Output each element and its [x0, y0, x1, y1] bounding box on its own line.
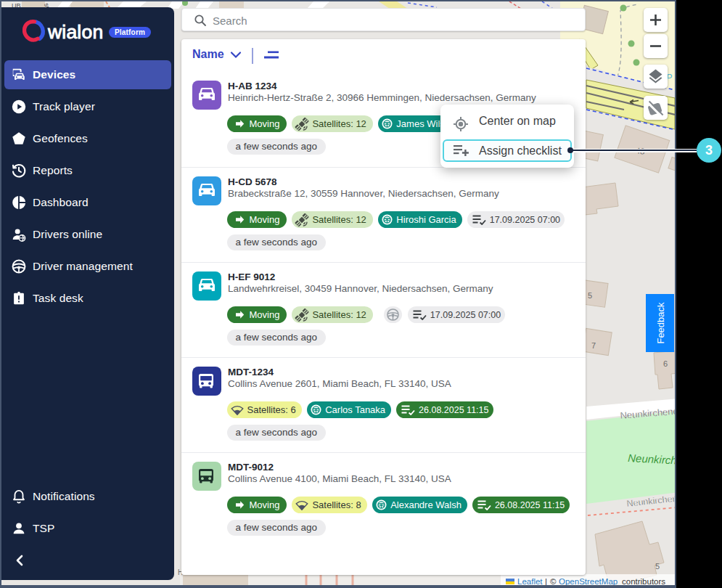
svg-text:5: 5 — [655, 562, 660, 571]
svg-text:6: 6 — [663, 359, 668, 368]
svg-text:wialon: wialon — [47, 21, 103, 43]
svg-text:7: 7 — [591, 341, 596, 350]
svg-text:OpenStreetMap: OpenStreetMap — [559, 577, 618, 586]
svg-text:|: | — [545, 577, 547, 586]
svg-text:Leaflet: Leaflet — [517, 577, 543, 586]
svg-text:©: © — [550, 577, 557, 586]
svg-text:contributors: contributors — [622, 577, 665, 586]
svg-text:5: 5 — [588, 291, 592, 300]
